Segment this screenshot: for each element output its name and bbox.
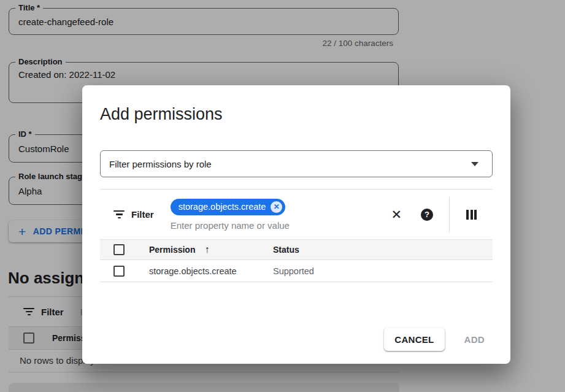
filter-icon	[113, 210, 125, 218]
filter-chip-label: storage.objects.create	[179, 202, 266, 212]
table-row[interactable]: storage.objects.create Supported	[100, 260, 493, 282]
help-icon[interactable]: ?	[421, 209, 433, 221]
filter-input-area[interactable]: storage.objects.create ✕ Enter property …	[171, 199, 391, 231]
row-permission: storage.objects.create	[149, 266, 273, 276]
chip-remove-icon[interactable]: ✕	[271, 201, 282, 213]
permissions-table-header: Permission ↑ Status	[100, 239, 493, 260]
filter-permissions-by-role-select[interactable]: Filter permissions by role	[100, 150, 493, 177]
filter-chip[interactable]: storage.objects.create ✕	[171, 199, 286, 215]
filter-input-placeholder: Enter property name or value	[171, 220, 391, 231]
select-all-checkbox[interactable]	[113, 244, 125, 255]
cancel-button[interactable]: CANCEL	[384, 328, 444, 351]
dialog-actions: CANCEL ADD	[384, 328, 488, 351]
filter-toggle[interactable]: Filter	[100, 209, 154, 220]
filter-label: Filter	[131, 209, 154, 220]
dropdown-arrow-icon	[471, 162, 479, 166]
status-column-header[interactable]: Status	[273, 245, 493, 255]
role-select-placeholder: Filter permissions by role	[109, 159, 212, 169]
permission-column-header[interactable]: Permission	[149, 245, 195, 255]
add-permissions-dialog: Add permissions Filter permissions by ro…	[82, 85, 510, 364]
dialog-filter-toolbar: Filter storage.objects.create ✕ Enter pr…	[100, 189, 493, 239]
row-status: Supported	[273, 266, 493, 276]
row-checkbox[interactable]	[113, 266, 125, 277]
clear-filters-icon[interactable]: ✕	[391, 208, 402, 221]
dialog-title: Add permissions	[100, 105, 223, 124]
permissions-table: Permission ↑ Status storage.objects.crea…	[100, 239, 493, 282]
columns-icon[interactable]	[466, 210, 477, 220]
add-button[interactable]: ADD	[461, 334, 488, 345]
sort-ascending-icon[interactable]: ↑	[204, 245, 209, 255]
toolbar-actions: ✕ ?	[391, 197, 493, 233]
screen: Title * create-changefeed-role 22 / 100 …	[0, 0, 565, 392]
vertical-divider	[449, 197, 450, 233]
